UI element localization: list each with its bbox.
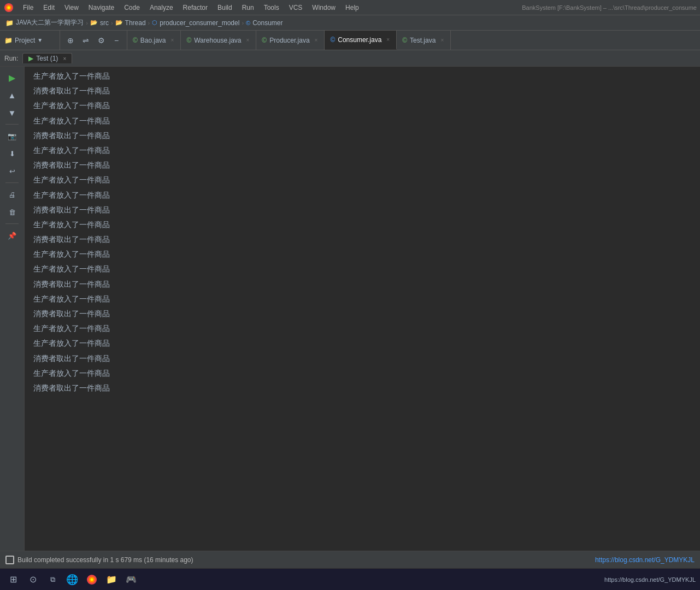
console-line: 消费者取出了一件商品 xyxy=(25,381,700,396)
toolbar-icons: ⊕ ⇌ ⚙ − xyxy=(60,31,127,50)
app-logo xyxy=(3,2,14,13)
print-button[interactable]: 🖨 xyxy=(4,187,20,202)
menu-file[interactable]: File xyxy=(19,3,38,13)
tab-consumer-close[interactable]: × xyxy=(385,36,391,43)
console-line: 生产者放入了一件商品 xyxy=(25,262,700,276)
taskbar-search[interactable]: ⊙ xyxy=(24,571,42,588)
menu-help[interactable]: Help xyxy=(341,3,363,13)
warehouse-file-icon: © xyxy=(186,37,191,44)
console-line: 生产者放入了一件商品 xyxy=(25,247,700,262)
console-line: 消费者取出了一件商品 xyxy=(25,232,700,247)
taskbar-game[interactable]: 🎮 xyxy=(122,571,140,588)
run-label: Run: xyxy=(4,55,18,62)
window-title: BankSystem [F:\BankSystem] – ...\src\Thr… xyxy=(522,4,697,11)
menu-navigate[interactable]: Navigate xyxy=(84,3,119,13)
console-line: 消费者取出了一件商品 xyxy=(25,351,700,366)
tab-test-close[interactable]: × xyxy=(439,37,445,44)
menu-code[interactable]: Code xyxy=(120,3,144,13)
taskbar-intellij[interactable] xyxy=(83,571,101,588)
status-icon xyxy=(5,556,14,564)
project-panel-toggle[interactable]: 📁 Project ▼ xyxy=(0,31,60,50)
sidebar-separator-3 xyxy=(5,223,19,224)
tab-producer-close[interactable]: × xyxy=(314,37,319,44)
breadcrumb-class[interactable]: © Consumer xyxy=(246,19,283,27)
menu-view[interactable]: View xyxy=(60,3,83,13)
breadcrumb-thread[interactable]: 📂 Thread xyxy=(115,19,146,27)
breadcrumb-project[interactable]: 📁 JAVA大二第一学期学习 xyxy=(5,18,84,27)
toolbar-minus-icon[interactable]: − xyxy=(110,34,122,46)
sidebar-separator-2 xyxy=(5,182,19,183)
taskbar-windows[interactable]: ⊞ xyxy=(4,571,22,588)
toolbar-settings-icon[interactable]: ⚙ xyxy=(95,34,107,46)
bao-file-icon: © xyxy=(133,37,138,44)
rerun-button[interactable]: ↩ xyxy=(4,163,20,179)
test-file-icon: © xyxy=(402,37,407,44)
main-layout: ▶ ▲ ▼ 📷 ⬇ ↩ 🖨 🗑 📌 生产者放入了一件商品消费者取出了一件商品生产… xyxy=(0,67,700,551)
console-line: 消费者取出了一件商品 xyxy=(25,203,700,217)
menu-build[interactable]: Build xyxy=(213,3,237,13)
breadcrumb-src[interactable]: 📂 src xyxy=(90,19,109,27)
console-line: 生产者放入了一件商品 xyxy=(25,173,700,187)
scroll-up-button[interactable]: ▲ xyxy=(4,87,20,103)
breadcrumb-package[interactable]: ⬡ producer_consumer_model xyxy=(152,19,239,27)
toolbar-add-icon[interactable]: ⊕ xyxy=(64,34,77,46)
scroll-down-button[interactable]: ▼ xyxy=(4,105,20,120)
svg-point-5 xyxy=(91,578,93,581)
console-line: 消费者取出了一件商品 xyxy=(25,306,700,321)
menu-vcs[interactable]: VCS xyxy=(285,3,307,13)
console-line: 生产者放入了一件商品 xyxy=(25,143,700,158)
tabs-toolbar-row: 📁 Project ▼ ⊕ ⇌ ⚙ − © Bao.java × © Wareh… xyxy=(0,31,700,50)
status-bar: Build completed successfully in 1 s 679 … xyxy=(0,551,700,568)
console-line: 消费者取出了一件商品 xyxy=(25,277,700,292)
tab-bao[interactable]: © Bao.java × xyxy=(127,31,181,50)
producer-file-icon: © xyxy=(262,37,267,44)
menu-window[interactable]: Window xyxy=(308,3,340,13)
delete-button[interactable]: 🗑 xyxy=(4,204,20,220)
taskbar: ⊞ ⊙ ⧉ 🌐 📁 🎮 https://blog.csdn.net/G_YDMY… xyxy=(0,568,700,590)
run-tab[interactable]: ▶ Test (1) × xyxy=(22,53,72,63)
console-line: 生产者放入了一件商品 xyxy=(25,188,700,203)
breadcrumb: 📁 JAVA大二第一学期学习 › 📂 src › 📂 Thread › ⬡ pr… xyxy=(0,15,700,31)
taskbar-edge[interactable]: 🌐 xyxy=(63,571,81,588)
console-line: 生产者放入了一件商品 xyxy=(25,292,700,306)
tab-test[interactable]: © Test.java × xyxy=(397,31,451,50)
run-tab-icon: ▶ xyxy=(28,55,33,62)
import-button[interactable]: ⬇ xyxy=(4,146,20,161)
menu-tools[interactable]: Tools xyxy=(260,3,284,13)
tab-warehouse-close[interactable]: × xyxy=(245,37,251,44)
menu-edit[interactable]: Edit xyxy=(39,3,59,13)
menu-refactor[interactable]: Refactor xyxy=(179,3,212,13)
taskbar-taskview[interactable]: ⧉ xyxy=(44,571,61,588)
tab-warehouse[interactable]: © Warehouse.java × xyxy=(181,31,256,50)
console-line: 消费者取出了一件商品 xyxy=(25,128,700,143)
console-line: 消费者取出了一件商品 xyxy=(25,84,700,98)
run-bar: Run: ▶ Test (1) × xyxy=(0,50,700,67)
console-line: 生产者放入了一件商品 xyxy=(25,114,700,128)
taskbar-url: https://blog.csdn.net/G_YDMYKJL xyxy=(604,576,696,583)
pin-button[interactable]: 📌 xyxy=(4,228,20,243)
console-line: 生产者放入了一件商品 xyxy=(25,98,700,113)
toolbar-split-icon[interactable]: ⇌ xyxy=(80,34,92,46)
snapshot-button[interactable]: 📷 xyxy=(4,128,20,144)
console-line: 生产者放入了一件商品 xyxy=(25,336,700,351)
menu-items: File Edit View Navigate Code Analyze Ref… xyxy=(19,3,522,13)
svg-point-2 xyxy=(8,6,10,9)
menu-run[interactable]: Run xyxy=(238,3,258,13)
project-icon: 📁 xyxy=(4,37,13,44)
menu-bar: File Edit View Navigate Code Analyze Ref… xyxy=(0,0,700,15)
menu-analyze[interactable]: Analyze xyxy=(145,3,178,13)
taskbar-explorer[interactable]: 📁 xyxy=(103,571,120,588)
console-area[interactable]: 生产者放入了一件商品消费者取出了一件商品生产者放入了一件商品生产者放入了一件商品… xyxy=(25,67,700,551)
status-url[interactable]: https://blog.csdn.net/G_YDMYKJL xyxy=(595,556,695,564)
console-line: 生产者放入了一件商品 xyxy=(25,69,700,84)
tab-producer[interactable]: © Producer.java × xyxy=(256,31,325,50)
console-line: 消费者取出了一件商品 xyxy=(25,158,700,173)
console-line: 生产者放入了一件商品 xyxy=(25,321,700,336)
tab-consumer[interactable]: © Consumer.java × xyxy=(325,31,397,50)
tab-bao-close[interactable]: × xyxy=(170,37,175,44)
run-button[interactable]: ▶ xyxy=(4,70,20,85)
left-sidebar: ▶ ▲ ▼ 📷 ⬇ ↩ 🖨 🗑 📌 xyxy=(0,67,25,551)
editor-tabs: © Bao.java × © Warehouse.java × © Produc… xyxy=(127,31,700,50)
console-line: 生产者放入了一件商品 xyxy=(25,366,700,381)
run-tab-close[interactable]: × xyxy=(63,56,66,62)
